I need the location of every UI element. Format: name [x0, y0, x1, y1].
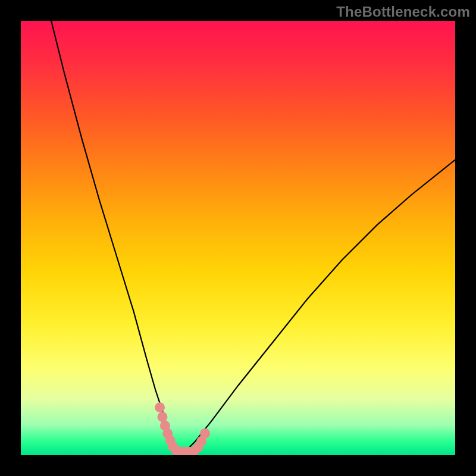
outer-frame: TheBottleneck.com: [0, 0, 476, 476]
watermark-text: TheBottleneck.com: [336, 4, 470, 20]
marker-dot: [200, 428, 210, 439]
bottleneck-curve: [51, 21, 455, 453]
plot-area: [21, 21, 455, 455]
chart-svg: [21, 21, 455, 455]
marker-dots: [155, 402, 210, 455]
marker-dot: [158, 412, 168, 422]
marker-dot: [155, 402, 165, 412]
